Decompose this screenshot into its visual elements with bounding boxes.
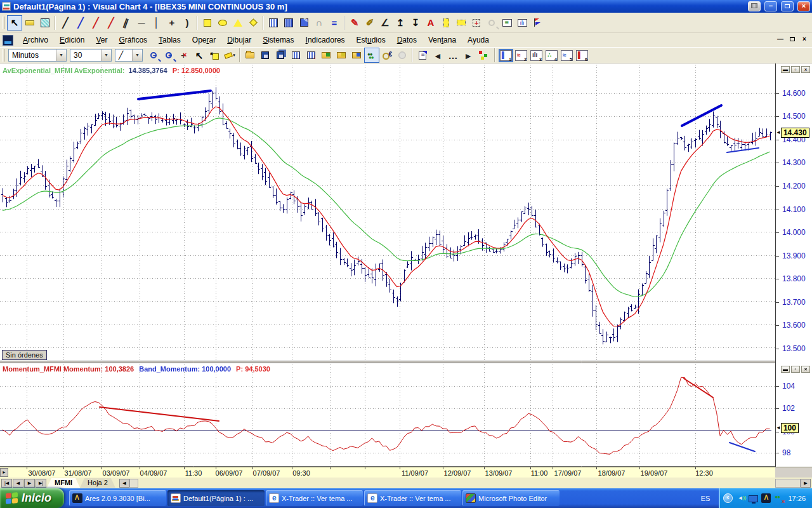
triangle-shape-tool[interactable]: [230, 15, 246, 30]
menu-archivo[interactable]: Archivo: [17, 34, 54, 46]
export-data-button[interactable]: [303, 48, 318, 63]
nav-left-button[interactable]: ◂: [430, 48, 445, 63]
period-unit-select[interactable]: Minutos ▼: [8, 49, 67, 62]
panel-button[interactable]: [748, 1, 761, 11]
chart-edit-tool[interactable]: [296, 15, 311, 30]
pointer-note-button[interactable]: [207, 48, 222, 63]
arcs-tool[interactable]: ∩: [311, 15, 327, 30]
start-button[interactable]: Inicio: [0, 488, 64, 508]
offline-users-icon[interactable]: [774, 493, 783, 503]
histogram-tool[interactable]: [266, 15, 281, 30]
horizontal-band-tool[interactable]: [454, 15, 469, 30]
properties-button[interactable]: [415, 48, 430, 63]
rectangle-shape-tool[interactable]: [200, 15, 215, 30]
notes-tool[interactable]: ≡: [327, 15, 342, 30]
menu-ayuda[interactable]: Ayuda: [462, 34, 495, 46]
cross-line-tool[interactable]: +: [164, 15, 180, 30]
menu-ver[interactable]: Ver: [90, 34, 113, 46]
region-tool[interactable]: [37, 15, 53, 30]
realtime-connection-button[interactable]: [364, 48, 379, 63]
parallel-lines-tool[interactable]: ∥: [119, 15, 134, 30]
pointer-button[interactable]: ↖: [192, 48, 207, 63]
dropdown-arrow-icon[interactable]: ▼: [56, 50, 66, 61]
zoom-in-button[interactable]: +: [161, 48, 176, 63]
tab-last-button[interactable]: ▶|: [36, 479, 46, 488]
arrow-up-tool[interactable]: ↥: [393, 15, 408, 30]
menu-datos[interactable]: Datos: [391, 34, 422, 46]
open-button[interactable]: [242, 48, 258, 63]
taskbar-button-3[interactable]: X-Trader :: Ver tema ...: [364, 490, 461, 506]
flags-tool[interactable]: [530, 15, 545, 30]
tab-scroll-left-button[interactable]: ◀: [119, 479, 129, 488]
hscroll-right-button[interactable]: ▶: [801, 479, 811, 488]
zoom-out-area-tool[interactable]: [484, 15, 499, 30]
hide-icons-chevron[interactable]: [723, 493, 733, 503]
pane-maximize-button[interactable]: ▫: [791, 66, 800, 73]
tab-next-button[interactable]: ▶: [24, 479, 35, 488]
save-all-button[interactable]: [273, 48, 288, 63]
ellipse-shape-tool[interactable]: [215, 15, 230, 30]
nav-right-button[interactable]: ▸: [461, 48, 476, 63]
chart-type-4-button[interactable]: ∴4: [544, 49, 559, 62]
mdi-restore-button[interactable]: [787, 35, 797, 44]
restore-button[interactable]: [781, 1, 794, 11]
toolbar-grip[interactable]: [3, 17, 4, 29]
zoom-out-button[interactable]: −: [146, 48, 161, 63]
menu-tablas[interactable]: Tablas: [153, 34, 187, 46]
zoom-area-tool[interactable]: [469, 15, 484, 30]
taskbar-button-2[interactable]: X-Trader :: Ver tema ...: [266, 490, 363, 506]
axis-scroll-button[interactable]: ►: [0, 468, 8, 477]
crosshair-off-button[interactable]: [176, 48, 192, 63]
vertical-band-tool[interactable]: [438, 15, 454, 30]
hscroll-track[interactable]: [775, 479, 801, 488]
tab-scroll-track[interactable]: [129, 479, 138, 488]
pane-maximize-button[interactable]: ▫: [791, 366, 800, 373]
chart-type-5-button[interactable]: ≈5: [560, 49, 574, 62]
vertical-line-tool[interactable]: │: [149, 15, 164, 30]
curve-tool[interactable]: ): [180, 15, 195, 30]
compression-select[interactable]: 30 ▼: [70, 49, 112, 62]
trendline-blue-tool[interactable]: ╱: [73, 15, 88, 30]
panel-notes-tool[interactable]: [499, 15, 514, 30]
pane-minimize-button[interactable]: ▬: [781, 66, 790, 73]
chart-type-1-button[interactable]: ▌1: [499, 49, 513, 62]
price-axis[interactable]: ▬ ▫ × ▬ ▫ × 14.60014.50014.40014.30014.2…: [775, 64, 812, 467]
taskbar-button-0[interactable]: Ares 2.0.9.3030 [Bi...: [69, 490, 166, 506]
nav-ellipsis-button[interactable]: …: [445, 48, 461, 63]
angle-tool[interactable]: ∠: [377, 15, 393, 30]
mdi-close-button[interactable]: ×: [799, 35, 809, 44]
close-button[interactable]: ×: [797, 1, 810, 11]
link-objects-button[interactable]: [476, 48, 491, 63]
key-euro-button[interactable]: [379, 48, 395, 63]
menu-edicion[interactable]: Edición: [54, 34, 90, 46]
menu-graficos[interactable]: Gráficos: [113, 34, 153, 46]
trendline-black-tool[interactable]: ╱: [58, 15, 73, 30]
modify-objects-tool[interactable]: ✎: [347, 15, 362, 30]
volume-icon[interactable]: [736, 493, 745, 503]
text-tool[interactable]: A: [423, 15, 438, 30]
trendline-mixed-tool[interactable]: ╱: [103, 15, 119, 30]
chart-type-2-button[interactable]: ≈2: [514, 49, 528, 62]
chart-canvas[interactable]: [0, 64, 775, 467]
brush-tool[interactable]: ✐: [362, 15, 377, 30]
pointer-tool[interactable]: ↖: [7, 15, 22, 30]
pane-close-button[interactable]: ×: [801, 66, 810, 73]
child-window-icon[interactable]: [3, 35, 13, 46]
display-icon[interactable]: [749, 495, 758, 502]
save-button[interactable]: [258, 48, 273, 63]
folder-chart-yellow-button[interactable]: [334, 48, 349, 63]
menu-estudios[interactable]: Estudios: [351, 34, 391, 46]
pane-minimize-button[interactable]: ▬: [781, 366, 790, 373]
time-axis[interactable]: ► 30/08/0731/08/0703/09/0704/09/0711:300…: [0, 467, 775, 478]
horizontal-line-tool[interactable]: ─: [134, 15, 149, 30]
toolbar-grip[interactable]: [3, 49, 4, 62]
taskbar-button-4[interactable]: Microsoft Photo Editor: [462, 490, 560, 506]
menu-sistemas[interactable]: Sistemas: [257, 34, 299, 46]
dropdown-arrow-icon[interactable]: ▼: [132, 50, 142, 61]
panel-chart-tool[interactable]: [514, 15, 530, 30]
ares-tray-icon[interactable]: [761, 493, 771, 503]
no-orders-badge[interactable]: Sin órdenes: [2, 350, 47, 360]
chart-type-3-button[interactable]: ılı3: [529, 49, 544, 62]
marker-button[interactable]: ▾: [222, 48, 237, 63]
arrow-down-tool[interactable]: ↧: [408, 15, 423, 30]
